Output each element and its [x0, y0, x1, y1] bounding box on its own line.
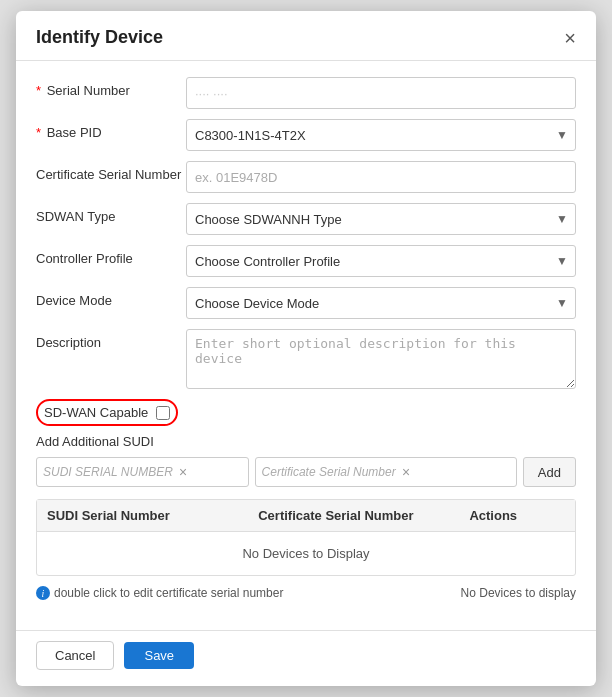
modal-header: Identify Device × [16, 11, 596, 61]
cert-serial-row: Certificate Serial Number [36, 161, 576, 193]
info-row: i double click to edit certificate seria… [36, 586, 576, 600]
controller-profile-row: Controller Profile Choose Controller Pro… [36, 245, 576, 277]
no-devices-text: No Devices to display [461, 586, 576, 600]
info-left: i double click to edit certificate seria… [36, 586, 283, 600]
sudi-clear-icon[interactable]: × [179, 464, 187, 480]
sudi-table: SUDI Serial Number Certificate Serial Nu… [36, 499, 576, 576]
modal-overlay: Identify Device × * Serial Number * Base… [0, 0, 612, 697]
device-mode-label: Device Mode [36, 287, 186, 308]
sdwan-type-select-wrap: Choose SDWANNH Type ▼ [186, 203, 576, 235]
info-message: double click to edit certificate serial … [54, 586, 283, 600]
table-empty-message: No Devices to Display [37, 532, 575, 575]
info-icon: i [36, 586, 50, 600]
cert-serial-label: Certificate Serial Number [36, 161, 186, 182]
add-sudi-label: Add Additional SUDI [36, 434, 576, 449]
description-row: Description [36, 329, 576, 389]
sudi-serial-input-wrap[interactable]: SUDI SERIAL NUMBER × [36, 457, 249, 487]
cert-clear-icon[interactable]: × [402, 464, 410, 480]
device-mode-select-wrap: Choose Device Mode ▼ [186, 287, 576, 319]
identify-device-modal: Identify Device × * Serial Number * Base… [16, 11, 596, 686]
base-pid-select[interactable]: C8300-1N1S-4T2X [186, 119, 576, 151]
th-actions: Actions [459, 500, 575, 531]
required-star-2: * [36, 125, 41, 140]
device-mode-select[interactable]: Choose Device Mode [186, 287, 576, 319]
save-button[interactable]: Save [124, 642, 194, 669]
table-header: SUDI Serial Number Certificate Serial Nu… [37, 500, 575, 532]
sudi-serial-placeholder: SUDI SERIAL NUMBER [43, 465, 173, 479]
serial-number-label: * Serial Number [36, 77, 186, 98]
sudi-input-row: SUDI SERIAL NUMBER × Certificate Serial … [36, 457, 576, 487]
sdwan-type-row: SDWAN Type Choose SDWANNH Type ▼ [36, 203, 576, 235]
controller-profile-label: Controller Profile [36, 245, 186, 266]
base-pid-select-wrap: C8300-1N1S-4T2X ▼ [186, 119, 576, 151]
description-label: Description [36, 329, 186, 350]
cert-serial-placeholder: Certificate Serial Number [262, 465, 396, 479]
add-sudi-button[interactable]: Add [523, 457, 576, 487]
cancel-button[interactable]: Cancel [36, 641, 114, 670]
device-mode-row: Device Mode Choose Device Mode ▼ [36, 287, 576, 319]
base-pid-label: * Base PID [36, 119, 186, 140]
sdwan-type-select[interactable]: Choose SDWANNH Type [186, 203, 576, 235]
base-pid-row: * Base PID C8300-1N1S-4T2X ▼ [36, 119, 576, 151]
close-button[interactable]: × [564, 28, 576, 48]
sdwan-capable-row: SD-WAN Capable [36, 399, 178, 426]
modal-footer: Cancel Save [16, 630, 596, 686]
description-textarea[interactable] [186, 329, 576, 389]
modal-title: Identify Device [36, 27, 163, 48]
serial-number-row: * Serial Number [36, 77, 576, 109]
sdwan-capable-checkbox[interactable] [156, 406, 170, 420]
controller-profile-select-wrap: Choose Controller Profile ▼ [186, 245, 576, 277]
serial-number-input[interactable] [186, 77, 576, 109]
modal-body: * Serial Number * Base PID C8300-1N1S-4T… [16, 61, 596, 630]
sdwan-type-label: SDWAN Type [36, 203, 186, 224]
th-cert: Certificate Serial Number [248, 500, 459, 531]
sdwan-capable-label: SD-WAN Capable [44, 405, 148, 420]
controller-profile-select[interactable]: Choose Controller Profile [186, 245, 576, 277]
th-sudi: SUDI Serial Number [37, 500, 248, 531]
cert-serial-input-wrap[interactable]: Certificate Serial Number × [255, 457, 517, 487]
cert-serial-input[interactable] [186, 161, 576, 193]
required-star: * [36, 83, 41, 98]
